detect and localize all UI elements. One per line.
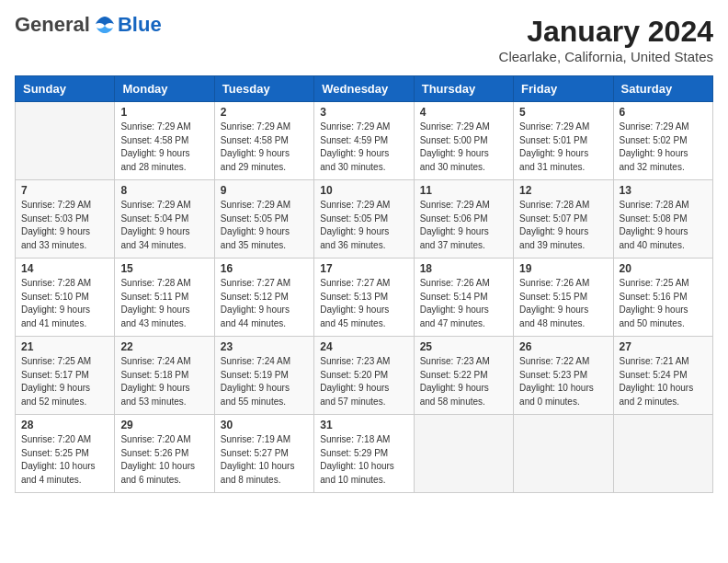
calendar-cell: 4Sunrise: 7:29 AMSunset: 5:00 PMDaylight… xyxy=(414,102,513,180)
day-number: 14 xyxy=(21,262,108,275)
day-info: Sunrise: 7:18 AMSunset: 5:29 PMDaylight:… xyxy=(320,433,407,487)
day-info: Sunrise: 7:26 AMSunset: 5:15 PMDaylight:… xyxy=(519,277,607,330)
day-info: Sunrise: 7:19 AMSunset: 5:27 PMDaylight:… xyxy=(221,433,308,487)
day-number: 10 xyxy=(320,184,407,197)
calendar-cell: 31Sunrise: 7:18 AMSunset: 5:29 PMDayligh… xyxy=(314,415,414,493)
day-number: 25 xyxy=(420,340,507,353)
day-number: 27 xyxy=(620,340,707,353)
day-info: Sunrise: 7:21 AMSunset: 5:24 PMDaylight:… xyxy=(620,355,707,408)
day-info: Sunrise: 7:29 AMSunset: 4:58 PMDaylight:… xyxy=(221,121,308,174)
page-header: General Blue January 2024 Clearlake, Cal… xyxy=(15,15,713,64)
day-number: 4 xyxy=(420,106,507,119)
day-number: 6 xyxy=(620,106,707,119)
day-number: 28 xyxy=(21,419,108,431)
day-number: 23 xyxy=(221,340,308,353)
calendar-cell: 21Sunrise: 7:25 AMSunset: 5:17 PMDayligh… xyxy=(16,337,115,415)
day-number: 19 xyxy=(519,262,607,275)
day-number: 29 xyxy=(120,419,208,431)
calendar-cell: 10Sunrise: 7:29 AMSunset: 5:05 PMDayligh… xyxy=(314,180,414,259)
calendar-cell xyxy=(514,415,613,493)
day-info: Sunrise: 7:25 AMSunset: 5:17 PMDaylight:… xyxy=(21,355,108,408)
day-number: 11 xyxy=(420,184,507,197)
day-number: 30 xyxy=(221,419,308,431)
week-row-3: 14Sunrise: 7:28 AMSunset: 5:10 PMDayligh… xyxy=(16,259,713,337)
calendar-cell: 1Sunrise: 7:29 AMSunset: 4:58 PMDaylight… xyxy=(115,102,214,180)
logo-bird-icon xyxy=(92,15,118,35)
calendar-cell: 30Sunrise: 7:19 AMSunset: 5:27 PMDayligh… xyxy=(214,415,313,493)
day-info: Sunrise: 7:23 AMSunset: 5:22 PMDaylight:… xyxy=(420,355,507,408)
day-info: Sunrise: 7:28 AMSunset: 5:10 PMDaylight:… xyxy=(21,277,108,330)
calendar-cell: 12Sunrise: 7:28 AMSunset: 5:07 PMDayligh… xyxy=(514,180,613,259)
day-info: Sunrise: 7:29 AMSunset: 5:00 PMDaylight:… xyxy=(420,121,507,174)
week-row-5: 28Sunrise: 7:20 AMSunset: 5:25 PMDayligh… xyxy=(16,415,713,493)
day-number: 8 xyxy=(120,184,208,197)
calendar-cell: 9Sunrise: 7:29 AMSunset: 5:05 PMDaylight… xyxy=(214,180,313,259)
page-subtitle: Clearlake, California, United States xyxy=(499,49,713,64)
weekday-header-monday: Monday xyxy=(115,76,214,102)
calendar-cell: 25Sunrise: 7:23 AMSunset: 5:22 PMDayligh… xyxy=(414,337,513,415)
calendar-cell: 15Sunrise: 7:28 AMSunset: 5:11 PMDayligh… xyxy=(115,259,214,337)
day-number: 9 xyxy=(221,184,308,197)
day-number: 1 xyxy=(120,106,208,119)
calendar-cell: 14Sunrise: 7:28 AMSunset: 5:10 PMDayligh… xyxy=(16,259,115,337)
day-info: Sunrise: 7:29 AMSunset: 5:05 PMDaylight:… xyxy=(221,199,308,252)
logo: General Blue xyxy=(15,15,162,35)
day-number: 2 xyxy=(221,106,308,119)
week-row-2: 7Sunrise: 7:29 AMSunset: 5:03 PMDaylight… xyxy=(16,180,713,259)
calendar-cell: 17Sunrise: 7:27 AMSunset: 5:13 PMDayligh… xyxy=(314,259,414,337)
calendar-cell xyxy=(414,415,513,493)
day-info: Sunrise: 7:28 AMSunset: 5:07 PMDaylight:… xyxy=(519,199,607,252)
day-info: Sunrise: 7:29 AMSunset: 4:59 PMDaylight:… xyxy=(320,121,407,174)
day-number: 17 xyxy=(320,262,407,275)
day-number: 13 xyxy=(620,184,707,197)
day-info: Sunrise: 7:28 AMSunset: 5:08 PMDaylight:… xyxy=(620,199,707,252)
title-block: January 2024 Clearlake, California, Unit… xyxy=(499,15,713,64)
weekday-header-tuesday: Tuesday xyxy=(214,76,313,102)
calendar-cell: 24Sunrise: 7:23 AMSunset: 5:20 PMDayligh… xyxy=(314,337,414,415)
weekday-header-saturday: Saturday xyxy=(613,76,712,102)
day-number: 21 xyxy=(21,340,108,353)
calendar-cell xyxy=(16,102,115,180)
day-number: 16 xyxy=(221,262,308,275)
calendar-cell: 5Sunrise: 7:29 AMSunset: 5:01 PMDaylight… xyxy=(514,102,613,180)
page-title: January 2024 xyxy=(499,15,713,49)
day-info: Sunrise: 7:29 AMSunset: 4:58 PMDaylight:… xyxy=(120,121,208,174)
calendar-cell: 6Sunrise: 7:29 AMSunset: 5:02 PMDaylight… xyxy=(613,102,712,180)
calendar-cell: 27Sunrise: 7:21 AMSunset: 5:24 PMDayligh… xyxy=(613,337,712,415)
day-info: Sunrise: 7:25 AMSunset: 5:16 PMDaylight:… xyxy=(620,277,707,330)
weekday-header-thursday: Thursday xyxy=(414,76,513,102)
calendar-cell: 29Sunrise: 7:20 AMSunset: 5:26 PMDayligh… xyxy=(115,415,214,493)
day-number: 31 xyxy=(320,419,407,431)
day-info: Sunrise: 7:20 AMSunset: 5:25 PMDaylight:… xyxy=(21,433,108,487)
day-number: 5 xyxy=(519,106,607,119)
day-number: 24 xyxy=(320,340,407,353)
calendar-cell: 7Sunrise: 7:29 AMSunset: 5:03 PMDaylight… xyxy=(16,180,115,259)
day-info: Sunrise: 7:29 AMSunset: 5:02 PMDaylight:… xyxy=(620,121,707,174)
day-info: Sunrise: 7:26 AMSunset: 5:14 PMDaylight:… xyxy=(420,277,507,330)
calendar-cell: 28Sunrise: 7:20 AMSunset: 5:25 PMDayligh… xyxy=(16,415,115,493)
calendar-cell: 23Sunrise: 7:24 AMSunset: 5:19 PMDayligh… xyxy=(214,337,313,415)
week-row-4: 21Sunrise: 7:25 AMSunset: 5:17 PMDayligh… xyxy=(16,337,713,415)
logo-general: General xyxy=(15,15,90,35)
day-number: 3 xyxy=(320,106,407,119)
day-info: Sunrise: 7:27 AMSunset: 5:12 PMDaylight:… xyxy=(221,277,308,330)
calendar-cell: 20Sunrise: 7:25 AMSunset: 5:16 PMDayligh… xyxy=(613,259,712,337)
day-info: Sunrise: 7:29 AMSunset: 5:04 PMDaylight:… xyxy=(120,199,208,252)
day-number: 7 xyxy=(21,184,108,197)
calendar-cell: 18Sunrise: 7:26 AMSunset: 5:14 PMDayligh… xyxy=(414,259,513,337)
day-number: 20 xyxy=(620,262,707,275)
day-info: Sunrise: 7:29 AMSunset: 5:05 PMDaylight:… xyxy=(320,199,407,252)
calendar-table: SundayMondayTuesdayWednesdayThursdayFrid… xyxy=(15,75,713,493)
weekday-header-friday: Friday xyxy=(514,76,613,102)
day-number: 18 xyxy=(420,262,507,275)
weekday-header-wednesday: Wednesday xyxy=(314,76,414,102)
day-info: Sunrise: 7:23 AMSunset: 5:20 PMDaylight:… xyxy=(320,355,407,408)
logo-blue: Blue xyxy=(118,15,162,35)
day-info: Sunrise: 7:22 AMSunset: 5:23 PMDaylight:… xyxy=(519,355,607,408)
calendar-cell: 22Sunrise: 7:24 AMSunset: 5:18 PMDayligh… xyxy=(115,337,214,415)
calendar-cell: 26Sunrise: 7:22 AMSunset: 5:23 PMDayligh… xyxy=(514,337,613,415)
day-number: 12 xyxy=(519,184,607,197)
calendar-cell: 19Sunrise: 7:26 AMSunset: 5:15 PMDayligh… xyxy=(514,259,613,337)
day-info: Sunrise: 7:29 AMSunset: 5:01 PMDaylight:… xyxy=(519,121,607,174)
day-number: 15 xyxy=(120,262,208,275)
